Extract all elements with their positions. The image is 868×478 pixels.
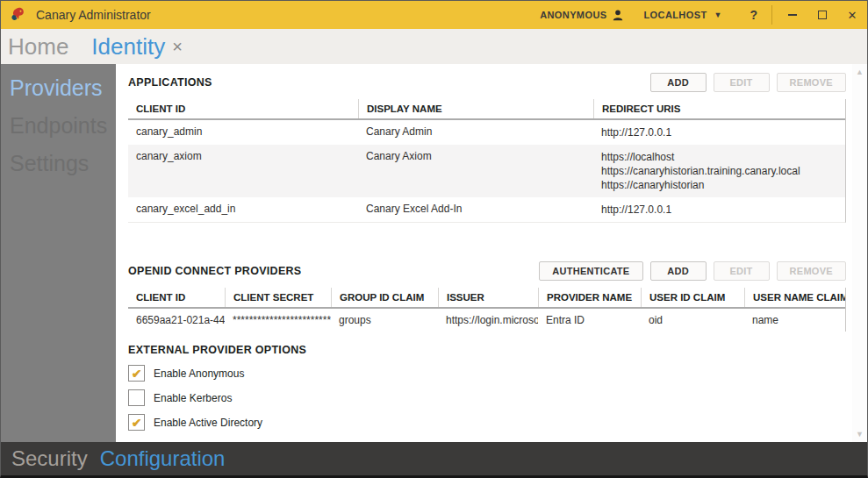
footer-item-configuration[interactable]: Configuration	[100, 446, 226, 471]
column-header-issuer[interactable]: ISSUER	[438, 288, 538, 307]
openid-table-body: 6659aa21-021a-4429**********************…	[128, 309, 845, 332]
external-options-title: EXTERNAL PROVIDER OPTIONS	[128, 344, 846, 356]
minimize-button[interactable]	[778, 1, 807, 29]
openid-title: OPENID CONNECT PROVIDERS	[128, 265, 302, 277]
sidebar: Providers Endpoints Settings	[1, 64, 116, 442]
add-button[interactable]: ADD	[650, 261, 707, 281]
titlebar-controls: ANONYMOUS LOCALHOST ▼ ? ✕	[540, 1, 867, 29]
table-cell: canary_admin	[128, 120, 358, 145]
checkbox-row[interactable]: ✔Enable Anonymous	[128, 365, 846, 382]
remove-button: REMOVE	[777, 261, 846, 281]
titlebar-divider	[771, 5, 772, 25]
checkbox-checked[interactable]: ✔	[128, 365, 145, 382]
applications-title: APPLICATIONS	[128, 76, 212, 89]
sidebar-item-endpoints[interactable]: Endpoints	[1, 107, 116, 145]
footer-bar: Security Configuration	[1, 442, 867, 475]
checkbox-row[interactable]: ✔Enable Active Directory	[128, 414, 846, 431]
help-button[interactable]: ?	[741, 8, 766, 22]
applications-table-header: CLIENT ID DISPLAY NAME REDIRECT URIS	[128, 99, 845, 120]
column-header-redirect-uris[interactable]: REDIRECT URIS	[593, 99, 845, 118]
main-area: Providers Endpoints Settings APPLICATION…	[1, 64, 867, 442]
applications-header-row: APPLICATIONS ADDEDITREMOVE	[128, 69, 846, 96]
tab-bar: Home Identity ×	[1, 29, 867, 64]
checkbox-checked[interactable]: ✔	[128, 414, 145, 431]
external-options-list: ✔Enable AnonymousEnable Kerberos✔Enable …	[128, 365, 846, 431]
footer-item-security[interactable]: Security	[11, 446, 88, 471]
checkbox-label: Enable Active Directory	[154, 417, 262, 429]
table-cell: http://127.0.0.1	[593, 197, 845, 222]
vertical-scrollbar[interactable]: ▲ ▼	[852, 64, 867, 442]
applications-table-body: canary_adminCanary Adminhttp://127.0.0.1…	[128, 120, 845, 222]
checkbox-label: Enable Anonymous	[154, 367, 244, 380]
app-window: Canary Administrator ANONYMOUS LOCALHOST…	[0, 0, 868, 478]
table-row[interactable]: canary_excel_add_inCanary Excel Add-Inht…	[128, 197, 845, 222]
openid-header-row: OPENID CONNECT PROVIDERS AUTHENTICATEADD…	[128, 258, 846, 284]
applications-buttons: ADDEDITREMOVE	[650, 73, 846, 92]
table-cell: canary_axiom	[128, 145, 358, 197]
tab-home[interactable]: Home	[8, 33, 68, 61]
table-cell: https://login.microsof	[438, 309, 538, 332]
close-button[interactable]: ✕	[837, 1, 867, 29]
sidebar-item-providers[interactable]: Providers	[1, 69, 116, 107]
user-icon	[612, 9, 624, 21]
column-header-client-secret[interactable]: CLIENT SECRET	[225, 288, 331, 307]
openid-table-header: CLIENT ID CLIENT SECRET GROUP ID CLAIM I…	[128, 288, 845, 309]
tab-identity[interactable]: Identity ×	[91, 33, 183, 61]
scrollbar-up-icon[interactable]: ▲	[852, 68, 867, 76]
checkbox-unchecked[interactable]	[128, 389, 145, 406]
column-header-user-name-claim[interactable]: USER NAME CLAIM	[744, 288, 845, 307]
title-bar: Canary Administrator ANONYMOUS LOCALHOST…	[1, 1, 867, 29]
edit-button: EDIT	[714, 261, 770, 281]
applications-table: CLIENT ID DISPLAY NAME REDIRECT URIS can…	[128, 99, 846, 223]
table-row[interactable]: canary_axiomCanary Axiomhttps://localhos…	[128, 145, 845, 197]
host-selector[interactable]: LOCALHOST	[643, 10, 707, 20]
app-logo-icon	[10, 6, 27, 24]
table-cell: http://127.0.0.1	[593, 120, 845, 145]
column-header-display-name[interactable]: DISPLAY NAME	[358, 99, 593, 118]
table-cell: Canary Excel Add-In	[358, 197, 593, 222]
table-cell: Canary Axiom	[358, 145, 593, 197]
table-cell: groups	[331, 309, 438, 332]
content-panel: APPLICATIONS ADDEDITREMOVE CLIENT ID DIS…	[116, 64, 867, 442]
scrollbar-down-icon[interactable]: ▼	[852, 430, 867, 439]
openid-table: CLIENT ID CLIENT SECRET GROUP ID CLAIM I…	[128, 288, 846, 332]
table-cell: 6659aa21-021a-4429	[128, 309, 225, 332]
table-cell: name	[744, 309, 845, 332]
table-cell: https://localhosthttps://canaryhistorian…	[593, 145, 845, 197]
add-button[interactable]: ADD	[650, 73, 707, 92]
column-header-provider-name[interactable]: PROVIDER NAME	[538, 288, 641, 307]
column-header-group-id-claim[interactable]: GROUP ID CLAIM	[331, 288, 438, 307]
table-cell: Canary Admin	[358, 120, 593, 145]
edit-button: EDIT	[714, 73, 770, 92]
table-row[interactable]: canary_adminCanary Adminhttp://127.0.0.1	[128, 120, 845, 145]
tab-close-icon[interactable]: ×	[172, 37, 183, 57]
remove-button: REMOVE	[777, 73, 846, 92]
column-header-client-id[interactable]: CLIENT ID	[128, 99, 358, 118]
maximize-button[interactable]	[807, 1, 837, 29]
table-row[interactable]: 6659aa21-021a-4429**********************…	[128, 309, 845, 332]
tab-home-label: Home	[8, 33, 68, 61]
table-cell: ************************	[225, 309, 331, 332]
table-cell: oid	[641, 309, 744, 332]
checkbox-row[interactable]: Enable Kerberos	[128, 389, 846, 406]
column-header-client-id[interactable]: CLIENT ID	[128, 288, 225, 307]
sidebar-item-settings[interactable]: Settings	[1, 145, 116, 182]
column-header-user-id-claim[interactable]: USER ID CLAIM	[641, 288, 744, 307]
openid-buttons: AUTHENTICATEADDEDITREMOVE	[539, 261, 846, 281]
user-label[interactable]: ANONYMOUS	[540, 10, 606, 20]
table-cell: canary_excel_add_in	[128, 197, 358, 222]
table-cell: Entra ID	[538, 309, 641, 332]
window-title: Canary Administrator	[36, 8, 151, 22]
chevron-down-icon[interactable]: ▼	[714, 11, 722, 19]
tab-identity-label: Identity	[91, 33, 165, 61]
authenticate-button[interactable]: AUTHENTICATE	[539, 261, 642, 281]
checkbox-label: Enable Kerberos	[154, 392, 232, 404]
